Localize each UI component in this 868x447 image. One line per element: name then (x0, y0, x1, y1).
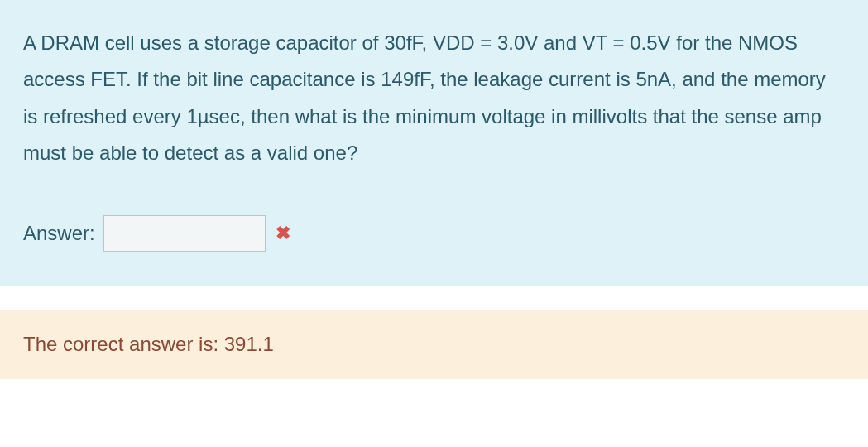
answer-input[interactable] (103, 215, 266, 252)
correct-value: 391.1 (224, 333, 274, 355)
correct-answer-text: The correct answer is: 391.1 (23, 333, 845, 356)
answer-row: Answer: ✖ (23, 215, 845, 252)
answer-label: Answer: (23, 222, 95, 245)
correct-answer-block: The correct answer is: 391.1 (0, 310, 868, 379)
correct-prefix: The correct answer is: (23, 333, 224, 355)
question-text: A DRAM cell uses a storage capacitor of … (23, 25, 845, 172)
question-block: A DRAM cell uses a storage capacitor of … (0, 0, 868, 286)
cross-icon: ✖ (276, 223, 290, 244)
